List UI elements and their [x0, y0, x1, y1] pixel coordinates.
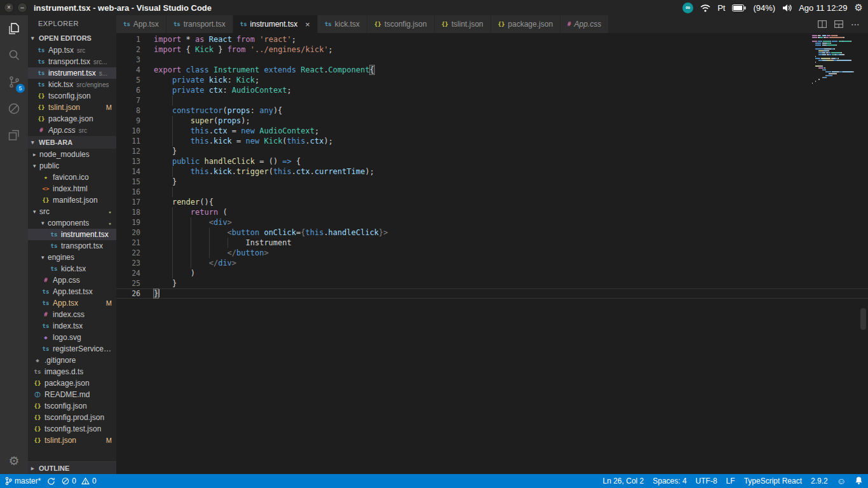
extensions-icon[interactable]	[0, 122, 28, 149]
line-number[interactable]: 7	[116, 95, 140, 105]
line-number[interactable]: 5	[116, 75, 140, 85]
tree-file-manifest.json[interactable]: {}manifest.json	[28, 194, 116, 206]
tree-folder-engines[interactable]: ▾engines	[28, 252, 116, 263]
tree-file-tsconfig.prod.json[interactable]: {}tsconfig.prod.json	[28, 412, 116, 423]
tree-file-registerServiceWo...[interactable]: tsregisterServiceWo...	[28, 343, 116, 355]
errors-status[interactable]: 0 0	[62, 477, 96, 485]
line-number[interactable]: 6	[116, 85, 140, 95]
line-number[interactable]: 23	[116, 258, 140, 268]
line-number[interactable]: 19	[116, 217, 140, 227]
line-number[interactable]: 24	[116, 268, 140, 278]
code-line-13[interactable]: 13 public handleClick = () => {	[116, 156, 868, 166]
line-number[interactable]: 21	[116, 238, 140, 248]
indentation-status[interactable]: Spaces: 4	[653, 477, 686, 485]
editor-layout-icon[interactable]	[834, 20, 843, 28]
open-editors-header[interactable]: ▾ OPEN EDITORS	[28, 32, 116, 44]
line-number[interactable]: 15	[116, 177, 140, 187]
line-number[interactable]: 3	[116, 55, 140, 65]
window-minimize-button[interactable]: –	[17, 3, 27, 13]
line-number[interactable]: 10	[116, 126, 140, 136]
line-number[interactable]: 14	[116, 166, 140, 177]
eol-status[interactable]: LF	[726, 477, 735, 485]
tab-instrument.tsx[interactable]: tsinstrument.tsx×	[233, 15, 318, 33]
line-number[interactable]: 25	[116, 278, 140, 288]
code-line-17[interactable]: 17 render(){	[116, 197, 868, 207]
tree-file-logo.svg[interactable]: ◆logo.svg	[28, 332, 116, 343]
tree-file-index.tsx[interactable]: tsindex.tsx	[28, 320, 116, 332]
tree-folder-components[interactable]: ▾components●	[28, 217, 116, 229]
battery-icon[interactable]	[732, 4, 746, 11]
tab-package.json[interactable]: {}package.json	[491, 15, 561, 33]
tree-file-tslint.json[interactable]: {}tslint.jsonM	[28, 435, 116, 446]
line-number[interactable]: 26	[116, 288, 140, 299]
tree-file-kick.tsx[interactable]: tskick.tsx	[28, 263, 116, 274]
code-line-4[interactable]: 4export class Instrument extends React.C…	[116, 65, 868, 75]
feedback-smiley-icon[interactable]: ☺	[837, 476, 846, 486]
tree-file-App.tsx[interactable]: tsApp.tsxM	[28, 297, 116, 309]
source-control-icon[interactable]: 5	[0, 69, 28, 95]
language-mode-status[interactable]: TypeScript React	[744, 477, 802, 485]
tab-kick.tsx[interactable]: tskick.tsx	[318, 15, 367, 33]
tree-file-transport.tsx[interactable]: tstransport.tsx	[28, 240, 116, 252]
tree-file-tsconfig.test.json[interactable]: {}tsconfig.test.json	[28, 423, 116, 435]
code-line-15[interactable]: 15 }	[116, 177, 868, 187]
code-line-18[interactable]: 18 return (	[116, 207, 868, 217]
open-editor-item[interactable]: tskick.tsxsrc/engines	[28, 79, 116, 90]
notifications-bell-icon[interactable]	[855, 476, 863, 487]
tree-file-images.d.ts[interactable]: tsimages.d.ts	[28, 366, 116, 377]
code-line-23[interactable]: 23 </div>	[116, 258, 868, 268]
explorer-icon[interactable]	[0, 15, 28, 42]
line-number[interactable]: 20	[116, 227, 140, 238]
tree-file-index.html[interactable]: <>index.html	[28, 183, 116, 194]
keyboard-layout-indicator[interactable]: Pt	[717, 3, 725, 13]
code-line-1[interactable]: 1import * as React from 'react';	[116, 34, 868, 44]
tree-folder-public[interactable]: ▾public	[28, 160, 116, 172]
tree-file-.gitignore[interactable]: ◆.gitignore	[28, 355, 116, 366]
line-number[interactable]: 16	[116, 187, 140, 197]
code-line-2[interactable]: 2import { Kick } from '../engines/kick';	[116, 44, 868, 55]
scrollbar-thumb[interactable]	[860, 308, 866, 330]
line-number[interactable]: 8	[116, 105, 140, 116]
code-line-16[interactable]: 16	[116, 187, 868, 197]
line-number[interactable]: 17	[116, 197, 140, 207]
code-line-3[interactable]: 3	[116, 55, 868, 65]
code-line-24[interactable]: 24 )	[116, 268, 868, 278]
code-line-5[interactable]: 5 private kick: Kick;	[116, 75, 868, 85]
line-number[interactable]: 2	[116, 44, 140, 55]
open-editor-item[interactable]: tsApp.tsxsrc	[28, 44, 116, 56]
open-editor-item[interactable]: {}package.json	[28, 113, 116, 125]
tab-tslint.json[interactable]: {}tslint.json	[435, 15, 491, 33]
typescript-version-status[interactable]: 2.9.2	[811, 477, 828, 485]
debug-icon[interactable]	[0, 95, 28, 122]
clock[interactable]: Ago 11 12:29	[799, 3, 847, 13]
code-line-11[interactable]: 11 this.kick = new Kick(this.ctx);	[116, 136, 868, 146]
tree-file-App.css[interactable]: #App.css	[28, 274, 116, 286]
open-editor-item[interactable]: {}tsconfig.json	[28, 90, 116, 102]
tab-App.css[interactable]: #App.css	[560, 15, 609, 33]
code-line-14[interactable]: 14 this.kick.trigger(this.ctx.currentTim…	[116, 166, 868, 177]
wifi-icon[interactable]	[700, 4, 710, 12]
code-line-25[interactable]: 25 }	[116, 278, 868, 288]
open-editor-item[interactable]: {}tslint.jsonM	[28, 102, 116, 113]
tree-folder-src[interactable]: ▾src●	[28, 206, 116, 217]
code-line-10[interactable]: 10 this.ctx = new AudioContext;	[116, 126, 868, 136]
split-editor-icon[interactable]	[818, 20, 827, 28]
line-number[interactable]: 13	[116, 156, 140, 166]
line-number[interactable]: 9	[116, 116, 140, 126]
settings-gear-icon[interactable]: ⚙	[8, 447, 19, 474]
tab-close-icon[interactable]: ×	[305, 20, 310, 29]
code-line-8[interactable]: 8 constructor(props: any){	[116, 105, 868, 116]
code-editor[interactable]: 1import * as React from 'react';2import …	[116, 33, 868, 474]
open-editor-item[interactable]: #App.csssrc	[28, 125, 116, 136]
code-line-20[interactable]: 20 <button onClick={this.handleClick}>	[116, 227, 868, 238]
sync-icon[interactable]	[47, 477, 55, 485]
line-number[interactable]: 22	[116, 248, 140, 258]
folder-section-header[interactable]: ▾ WEB-ARA	[28, 136, 116, 149]
tree-file-package.json[interactable]: {}package.json	[28, 377, 116, 389]
line-number[interactable]: 1	[116, 34, 140, 44]
code-line-26[interactable]: 26}	[116, 288, 868, 299]
arduino-indicator-icon[interactable]: ∞	[682, 3, 693, 13]
tree-file-index.css[interactable]: #index.css	[28, 309, 116, 320]
code-line-6[interactable]: 6 private ctx: AudioContext;	[116, 85, 868, 95]
window-close-button[interactable]: ×	[4, 3, 14, 13]
